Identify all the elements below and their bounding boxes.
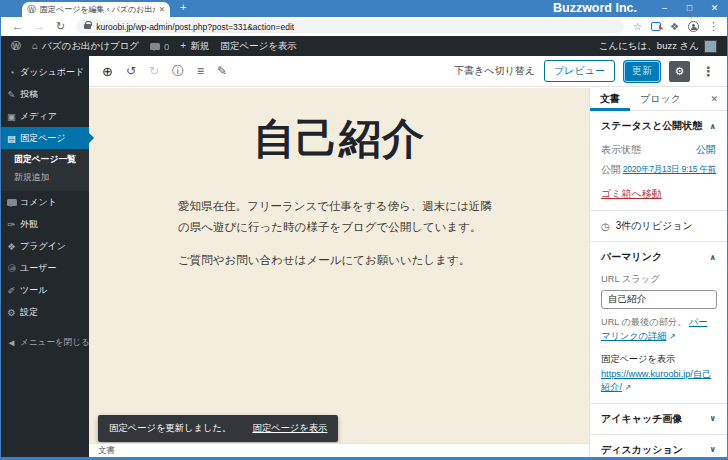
browser-toolbar: ← → ↻ kuroobi.jp/wp-admin/post.php?post=…: [1, 17, 727, 36]
sidebar-item-pages[interactable]: ▤ 固定ページ: [1, 127, 89, 149]
permalink-help: URL の最後の部分。 パーマリンクの詳細 ↗: [590, 309, 727, 344]
preview-button[interactable]: プレビュー: [544, 60, 615, 82]
new-tab-button[interactable]: +: [180, 1, 186, 13]
admin-bar-account[interactable]: こんにちは、buzz さん: [599, 40, 717, 53]
admin-bar-view-page[interactable]: 固定ページを表示: [220, 40, 297, 53]
collapse-menu-button[interactable]: ◄ メニューを閉じる: [1, 332, 89, 353]
submenu-item-all-pages[interactable]: 固定ページ一覧: [1, 151, 89, 169]
comments-bubble-icon: [150, 43, 160, 50]
forward-icon[interactable]: →: [34, 21, 45, 32]
visibility-value-link[interactable]: 公開: [696, 143, 716, 157]
featured-image-panel[interactable]: アイキャッチ画像 ∨: [590, 403, 727, 434]
move-to-trash-link[interactable]: ゴミ箱へ移動: [590, 180, 727, 210]
status-panel-title: ステータスと公開状態: [601, 119, 702, 133]
refresh-icon[interactable]: ↻: [56, 21, 65, 32]
admin-bar-site-name[interactable]: ⌂ バズのお出かけブログ: [32, 40, 139, 53]
close-window-button[interactable]: ✕: [702, 0, 727, 17]
bookmark-star-icon[interactable]: ☆: [633, 22, 642, 32]
editor-canvas[interactable]: 自己紹介 愛知県在住。フリーランスで仕事をする傍ら、週末には近隣の県へ遊びに行っ…: [89, 88, 589, 443]
view-page-label: 固定ページを表示: [220, 40, 297, 53]
chevron-up-icon: ∧: [710, 253, 717, 262]
edit-pencil-icon[interactable]: ✎: [217, 65, 227, 77]
settings-icon: ⚙: [6, 307, 17, 318]
list-view-icon[interactable]: ≡: [197, 65, 204, 77]
info-icon[interactable]: ⓘ: [172, 65, 184, 77]
sidebar-item-label: ツール: [20, 284, 47, 297]
wordpress-logo-icon[interactable]: Ⓦ: [11, 41, 21, 51]
site-name-label: バズのお出かけブログ: [42, 40, 139, 53]
undo-icon[interactable]: ↺: [126, 65, 136, 77]
plus-icon: +: [180, 41, 186, 51]
tab-close-icon[interactable]: ✕: [159, 5, 165, 14]
sidebar-item-label: 外観: [20, 218, 38, 231]
breadcrumb-label: 文書: [98, 445, 115, 455]
padlock-icon[interactable]: [84, 24, 91, 29]
dashboard-icon: ◔: [6, 67, 17, 78]
sidebar-item-label: ユーザー: [20, 262, 56, 275]
tab-title: 固定ページを編集 ‹ バズのお出かけブ: [40, 4, 155, 15]
editor-breadcrumb: 文書: [89, 443, 589, 457]
post-paragraph[interactable]: 愛知県在住。フリーランスで仕事をする傍ら、週末には近隣の県へ遊びに行った時の様子…: [178, 196, 500, 237]
post-paragraph[interactable]: ご質問やお問い合わせはメールにてお願いいたします。: [178, 250, 500, 271]
sidebar-item-users[interactable]: ユーザー: [1, 257, 89, 279]
sidebar-item-tools[interactable]: ✐ ツール: [1, 279, 89, 301]
sidebar-item-settings[interactable]: ⚙ 設定: [1, 301, 89, 323]
snackbar-notice: 固定ページを更新しました。 固定ページを表示: [98, 415, 338, 442]
comment-count: 0: [164, 41, 169, 52]
media-icon: ▣: [6, 111, 17, 122]
sidebar-item-appearance[interactable]: ✑ 外観: [1, 213, 89, 235]
sidebar-item-plugins[interactable]: ❖ プラグイン: [1, 235, 89, 257]
view-page-label: 固定ページを表示: [590, 344, 727, 366]
plugins-icon: ❖: [6, 241, 17, 252]
sidebar-item-posts[interactable]: ✎ 投稿: [1, 83, 89, 105]
chevron-down-icon: ∨: [710, 445, 717, 454]
publish-date-link[interactable]: 2020年7月13日 9:15 午前: [623, 164, 716, 176]
editor-header: ⊕ ↺ ↻ ⓘ ≡ ✎ 下書きへ切り替え プレビュー 更新 ⚙ ⋮: [89, 56, 727, 87]
url-text[interactable]: kuroobi.jp/wp-admin/post.php?post=331&ac…: [96, 22, 294, 32]
browser-window: Ⓦ 固定ページを編集 ‹ バズのお出かけブ ✕ + Buzzword Inc. …: [0, 0, 728, 460]
profile-icon[interactable]: [688, 21, 699, 32]
update-button[interactable]: 更新: [624, 61, 660, 82]
clock-icon: ◷: [601, 221, 610, 232]
admin-bar-comments[interactable]: 0: [150, 41, 169, 52]
appearance-icon: ✑: [6, 219, 17, 230]
publish-row: 公開 2020年7月13日 9:15 午前: [590, 160, 727, 180]
more-options-icon[interactable]: ⋮: [699, 64, 718, 79]
submenu-item-add-new[interactable]: 新規追加: [1, 169, 89, 187]
add-block-icon[interactable]: ⊕: [102, 65, 113, 78]
permalink-panel-header[interactable]: パーマリンク ∧: [590, 242, 727, 271]
tab-block[interactable]: ブロック: [630, 88, 691, 111]
sidebar-item-dashboard[interactable]: ◔ ダッシュボード: [1, 61, 89, 83]
capture-extension-icon[interactable]: [651, 22, 661, 31]
visibility-label: 表示状態: [601, 143, 641, 157]
settings-gear-button[interactable]: ⚙: [669, 61, 690, 82]
page-url-link[interactable]: https://www.kuroobi.jp/自己紹介/: [601, 369, 711, 392]
browser-tab[interactable]: Ⓦ 固定ページを編集 ‹ バズのお出かけブ ✕: [22, 2, 170, 17]
home-icon: ⌂: [32, 41, 38, 51]
tab-document[interactable]: 文書: [590, 88, 630, 111]
switch-to-draft-link[interactable]: 下書きへ切り替え: [454, 64, 535, 78]
maximize-button[interactable]: □: [677, 0, 702, 17]
sidebar-item-label: コメント: [20, 196, 57, 209]
sidebar-item-comments[interactable]: コメント: [1, 191, 89, 213]
sidebar-item-media[interactable]: ▣ メディア: [1, 105, 89, 127]
status-panel-header[interactable]: ステータスと公開状態 ∧: [590, 111, 727, 140]
revisions-row[interactable]: ◷ 3件のリビジョン: [590, 210, 727, 241]
browser-menu-icon[interactable]: ⋮: [708, 20, 719, 33]
snackbar-message: 固定ページを更新しました。: [109, 422, 231, 435]
close-settings-icon[interactable]: ✕: [710, 94, 727, 104]
back-icon[interactable]: ←: [12, 21, 23, 32]
redo-icon[interactable]: ↻: [149, 65, 159, 77]
address-bar[interactable]: kuroobi.jp/wp-admin/post.php?post=331&ac…: [76, 20, 624, 33]
chevron-down-icon: ∨: [710, 414, 717, 423]
collapse-label: メニューを閉じる: [20, 337, 90, 349]
permalink-panel-title: パーマリンク: [601, 250, 662, 264]
permalink-help-text: URL の最後の部分。: [601, 317, 686, 327]
url-slug-input[interactable]: [601, 290, 717, 309]
snackbar-view-page-link[interactable]: 固定ページを表示: [252, 422, 327, 435]
post-title[interactable]: 自己紹介: [89, 111, 589, 167]
minimize-button[interactable]: –: [652, 0, 677, 17]
admin-bar-new[interactable]: + 新規: [180, 40, 209, 53]
tools-icon: ✐: [6, 285, 17, 296]
extensions-icon[interactable]: ❖: [670, 22, 679, 32]
